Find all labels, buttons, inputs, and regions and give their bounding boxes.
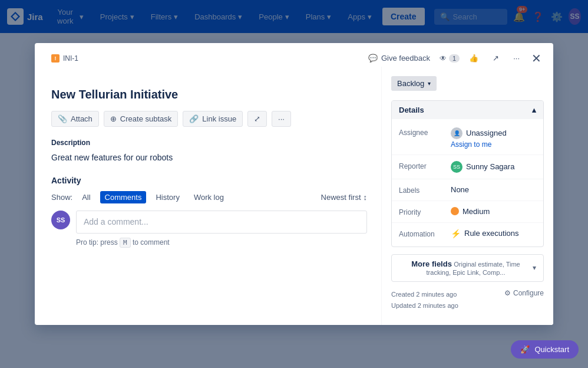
reporter-row: Reporter SS Sunny Sagara xyxy=(392,157,543,176)
modal-right-panel: Backlog ▾ Details ▴ Assignee xyxy=(381,67,553,325)
assignee-value: 👤 Unassigned Assign to me xyxy=(451,127,536,149)
pro-tip-key: M xyxy=(120,238,131,248)
automation-row: Automation ⚡ Rule executions xyxy=(392,225,543,242)
issue-title: New Tellurian Initiative xyxy=(51,88,367,101)
issue-key-text: INI-1 xyxy=(63,54,78,63)
labels-row: Labels None xyxy=(392,182,543,198)
share-button[interactable]: ↗ xyxy=(488,51,504,65)
issue-modal: ! INI-1 💬 Give feedback 👁 1 👍 ↗ xyxy=(35,43,553,325)
expand-icon: ⤢ xyxy=(254,114,260,123)
action-buttons-row: 📎 Attach ⊕ Create subtask 🔗 Link issue ⤢ xyxy=(51,111,367,127)
close-button[interactable]: ✕ xyxy=(529,50,544,67)
priority-value: Medium xyxy=(451,207,536,216)
details-panel: Details ▴ Assignee 👤 Unassigned xyxy=(391,100,544,247)
assignee-row: Assignee 👤 Unassigned Assign to me xyxy=(392,124,543,152)
share-icon: ↗ xyxy=(493,54,499,63)
description-text: Great new features for our robots xyxy=(51,152,367,164)
issue-key: ! INI-1 xyxy=(51,54,78,63)
priority-row: Priority Medium xyxy=(392,203,543,220)
feedback-icon: 💬 xyxy=(368,54,378,63)
modal-header: ! INI-1 💬 Give feedback 👁 1 👍 ↗ xyxy=(35,43,553,67)
labels-value: None xyxy=(451,185,536,194)
more-actions-button[interactable]: ··· xyxy=(272,111,291,127)
priority-label: Priority xyxy=(399,207,446,216)
tab-comments[interactable]: Comments xyxy=(100,191,147,203)
chevron-down-icon: ▾ xyxy=(428,80,431,87)
attach-button[interactable]: 📎 Attach xyxy=(51,111,99,127)
priority-icon xyxy=(451,207,459,215)
comment-input-row: SS Add a comment... xyxy=(51,211,367,234)
priority-chip: Medium xyxy=(451,207,536,216)
quickstart-button[interactable]: 🚀 Quickstart xyxy=(511,340,579,359)
description-label: Description xyxy=(51,139,367,147)
details-header[interactable]: Details ▴ xyxy=(392,101,543,119)
chevron-down-icon: ▾ xyxy=(533,264,536,272)
backlog-label: Backlog xyxy=(397,79,424,88)
watch-button[interactable]: 👁 1 xyxy=(440,54,460,63)
modal-overlay[interactable]: ! INI-1 💬 Give feedback 👁 1 👍 ↗ xyxy=(0,0,588,368)
tab-history[interactable]: History xyxy=(151,191,184,203)
configure-button[interactable]: ⚙ Configure xyxy=(504,289,544,297)
reporter-value: SS Sunny Sagara xyxy=(451,161,536,173)
create-subtask-button[interactable]: ⊕ Create subtask xyxy=(104,111,178,127)
tab-all[interactable]: All xyxy=(77,191,95,203)
issue-type-icon: ! xyxy=(51,54,60,63)
eye-icon: 👁 xyxy=(440,54,447,63)
gear-icon: ⚙ xyxy=(504,289,511,297)
activity-section: Activity Show: All Comments History Work… xyxy=(51,176,367,247)
reporter-avatar: SS xyxy=(451,161,463,173)
link-issue-button[interactable]: 🔗 Link issue xyxy=(183,111,243,127)
attach-icon: 📎 xyxy=(58,114,67,123)
assignee-chip: 👤 Unassigned xyxy=(451,127,536,139)
comment-input-field[interactable]: Add a comment... xyxy=(76,211,367,234)
tab-worklog[interactable]: Work log xyxy=(189,191,229,203)
chevron-up-icon: ▴ xyxy=(532,106,536,114)
open-in-full-button[interactable]: ⤢ xyxy=(247,111,267,127)
modal-body: New Tellurian Initiative 📎 Attach ⊕ Crea… xyxy=(35,67,553,325)
modal-left-panel: New Tellurian Initiative 📎 Attach ⊕ Crea… xyxy=(35,67,381,325)
assignee-avatar: 👤 xyxy=(451,127,463,139)
lightning-icon: ⚡ xyxy=(451,229,461,238)
show-row: Show: All Comments History Work log Newe… xyxy=(51,191,367,203)
assignee-label: Assignee xyxy=(399,127,446,137)
subtask-icon: ⊕ xyxy=(110,114,117,123)
header-actions: 💬 Give feedback 👁 1 👍 ↗ ··· ✕ xyxy=(364,50,544,67)
more-options-button[interactable]: ··· xyxy=(508,51,524,65)
link-icon: 🔗 xyxy=(189,114,199,123)
give-feedback-button[interactable]: 💬 Give feedback xyxy=(364,51,435,65)
automation-chip: ⚡ Rule executions xyxy=(451,229,536,238)
sort-icon: ↕ xyxy=(364,193,368,202)
labels-label: Labels xyxy=(399,185,446,195)
automation-value: ⚡ Rule executions xyxy=(451,229,536,238)
current-user-avatar: SS xyxy=(51,211,70,229)
watch-count: 1 xyxy=(449,54,460,63)
like-button[interactable]: 👍 xyxy=(464,51,483,65)
more-fields-button[interactable]: More fields Original estimate, Time trac… xyxy=(391,254,544,282)
assign-to-me-link[interactable]: Assign to me xyxy=(451,140,536,149)
more-icon: ··· xyxy=(513,54,520,63)
footer-row: ⚙ Configure Created 2 minutes ago Update… xyxy=(391,289,544,316)
reporter-chip: SS Sunny Sagara xyxy=(451,161,536,173)
updated-timestamp: Updated 2 minutes ago xyxy=(391,300,544,311)
details-body: Assignee 👤 Unassigned Assign to me xyxy=(392,119,543,247)
reporter-label: Reporter xyxy=(399,161,446,170)
pro-tip: Pro tip: press M to comment xyxy=(76,238,367,247)
automation-label: Automation xyxy=(399,229,446,238)
thumbs-up-icon: 👍 xyxy=(469,54,478,63)
activity-header: Activity xyxy=(51,176,367,185)
backlog-button[interactable]: Backlog ▾ xyxy=(391,76,437,91)
rocket-icon: 🚀 xyxy=(520,345,530,354)
show-label: Show: xyxy=(51,193,72,202)
quickstart-label: Quickstart xyxy=(534,345,569,354)
newest-first-button[interactable]: Newest first ↕ xyxy=(321,193,367,202)
